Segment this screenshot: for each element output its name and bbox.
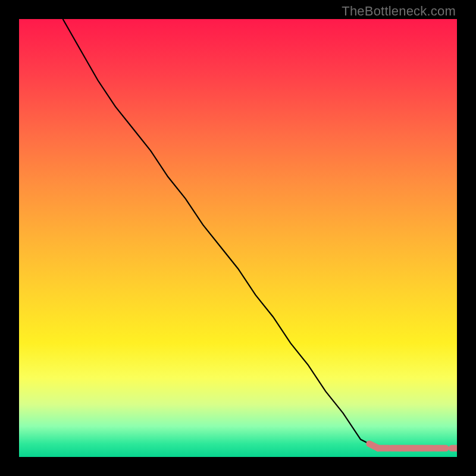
watermark-label: TheBottleneck.com (342, 4, 456, 19)
series-curve (63, 19, 457, 448)
tail-markers-group (369, 444, 457, 451)
chart-svg (19, 19, 457, 457)
chart-frame: TheBottleneck.com (0, 0, 476, 476)
bottleneck-curve-line (63, 19, 457, 448)
plot-area (19, 19, 457, 457)
tail-dot (432, 445, 438, 451)
